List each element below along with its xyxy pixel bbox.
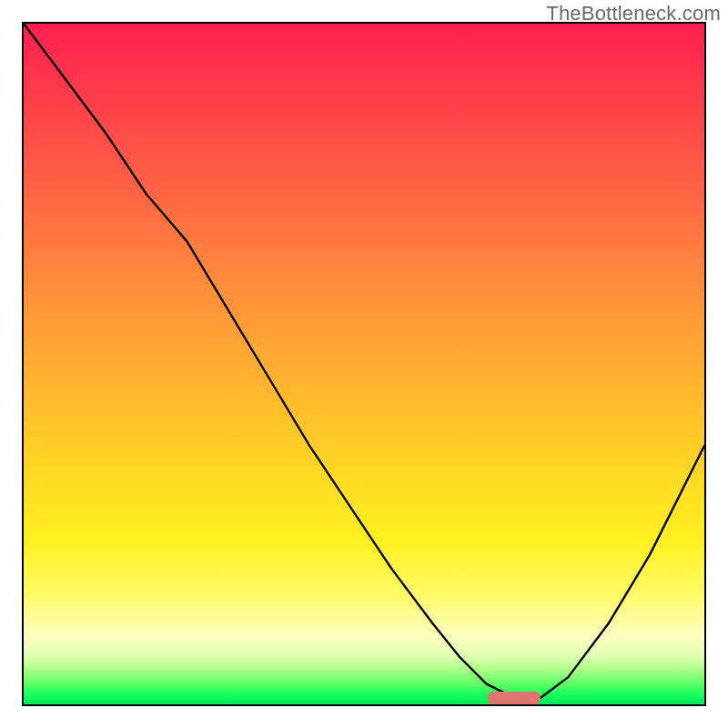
curve-path: [24, 24, 704, 698]
bottleneck-curve: [24, 24, 704, 704]
watermark-text: TheBottleneck.com: [546, 2, 721, 25]
plot-frame: [22, 22, 706, 706]
optimal-marker: [487, 692, 541, 704]
chart-stage: TheBottleneck.com: [0, 0, 728, 728]
